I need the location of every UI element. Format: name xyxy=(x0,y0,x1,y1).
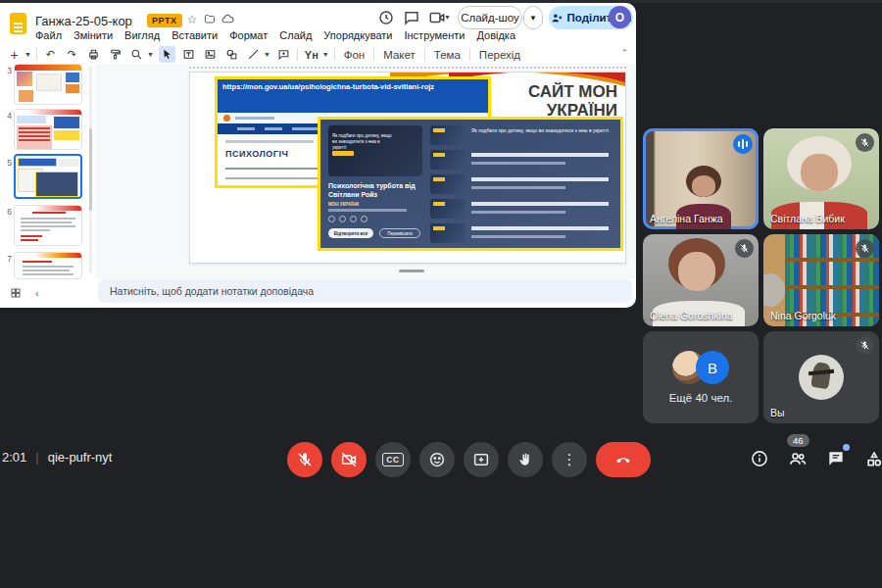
slide-thumbnail-5-selected[interactable] xyxy=(14,154,82,199)
transition-button[interactable]: Перехід xyxy=(475,49,524,61)
menu-file[interactable]: Файл xyxy=(35,29,62,41)
move-folder-icon[interactable] xyxy=(202,13,218,27)
raise-hand-button[interactable] xyxy=(508,442,543,477)
slides-logo-icon[interactable] xyxy=(10,13,26,34)
meeting-details-button[interactable] xyxy=(747,446,772,471)
participants-button[interactable]: 46 xyxy=(785,446,810,471)
person-face xyxy=(801,154,838,191)
menu-format[interactable]: Формат xyxy=(229,29,268,41)
more-participants-tile[interactable]: В Ещё 40 чел. xyxy=(643,331,759,423)
reactions-button[interactable] xyxy=(419,442,455,477)
camera-toggle-button[interactable] xyxy=(331,442,367,477)
participant-tile[interactable]: Світлана Бибик xyxy=(763,128,879,229)
thumb-number: 5 xyxy=(3,158,12,168)
select-tool-button[interactable] xyxy=(159,46,175,63)
more-participants-label: Ещё 40 чел. xyxy=(669,392,733,404)
insert-line-button[interactable] xyxy=(245,46,262,63)
thumb6-link xyxy=(32,212,66,214)
page-heading: ПСИХОЛОГІЧ xyxy=(225,149,288,159)
undo-button[interactable]: ↶ xyxy=(42,46,59,63)
overflow-avatar-letter: В xyxy=(696,351,729,384)
history-icon[interactable] xyxy=(377,9,397,28)
thumb6-redline xyxy=(21,239,38,241)
captions-button[interactable]: CC xyxy=(375,442,411,477)
theme-button[interactable]: Тема xyxy=(430,49,465,61)
menu-insert[interactable]: Вставити xyxy=(172,29,218,41)
participant-tile[interactable]: Ангеліна Ганжа xyxy=(643,128,759,229)
slideshow-dropdown[interactable]: ▼ xyxy=(523,6,543,29)
slide-thumbnail-6[interactable] xyxy=(14,205,82,246)
cloud-status-icon[interactable] xyxy=(220,13,235,28)
collapse-toolbar-icon[interactable]: ⌃ xyxy=(620,48,628,58)
grid-view-icon[interactable] xyxy=(10,287,22,299)
participant-tile[interactable]: Nina Gorgoluk xyxy=(763,234,879,326)
thumb6-line xyxy=(21,229,50,231)
insert-shape-button[interactable] xyxy=(223,46,240,63)
present-button[interactable] xyxy=(464,442,499,477)
person-face xyxy=(692,175,715,197)
thumb4-swoosh xyxy=(15,110,81,115)
more-options-button[interactable]: ⋮ xyxy=(552,442,587,477)
document-title[interactable]: Ганжа-25-05-кор xyxy=(35,14,132,28)
zoom-caret-icon[interactable]: ▼ xyxy=(147,51,154,58)
thumb6-redline xyxy=(21,235,42,237)
insert-comment-button[interactable] xyxy=(275,46,292,63)
slide-title: САЙТ МОН УКРАЇНИ xyxy=(490,82,617,120)
menu-slide[interactable]: Слайд xyxy=(279,29,312,41)
slide-thumbnail-3[interactable] xyxy=(14,64,82,105)
chat-button[interactable] xyxy=(823,446,849,471)
new-slide-button[interactable]: + xyxy=(6,46,23,63)
thumb4-pic3 xyxy=(54,130,79,140)
redo-button[interactable]: ↷ xyxy=(64,46,80,63)
menu-view[interactable]: Вигляд xyxy=(124,29,160,41)
current-slide[interactable]: https://mon.gov.ua/ua/psihologichna-turb… xyxy=(189,72,626,264)
participant-tile[interactable]: Olena Goroshkina xyxy=(643,234,759,326)
thumb7-line xyxy=(23,266,74,268)
zoom-button[interactable] xyxy=(128,46,145,63)
divider: | xyxy=(35,450,38,465)
mic-off-icon xyxy=(856,133,874,152)
menu-help[interactable]: Довідка xyxy=(476,29,515,41)
text-box-button[interactable] xyxy=(180,46,197,63)
learning-tool-button[interactable]: Yн xyxy=(303,46,320,63)
learning-tool-caret-icon[interactable]: ▼ xyxy=(322,51,329,58)
playlist-action-icon xyxy=(328,216,335,222)
comments-icon[interactable] xyxy=(403,9,422,28)
thumb7-link xyxy=(23,261,52,263)
activities-button[interactable] xyxy=(861,446,882,471)
slide-thumbnail-4[interactable] xyxy=(14,109,82,150)
speaker-notes[interactable]: Натисніть, щоб додати нотатки доповідача xyxy=(98,279,632,303)
slide-thumbnail-7[interactable] xyxy=(14,252,82,279)
mic-toggle-button[interactable] xyxy=(287,442,322,477)
star-icon[interactable]: ☆ xyxy=(184,13,200,26)
people-plus-icon xyxy=(551,12,564,24)
print-button[interactable] xyxy=(85,46,102,63)
slideshow-button[interactable]: Слайд-шоу xyxy=(458,6,522,29)
paint-format-button[interactable] xyxy=(107,46,123,63)
layout-button[interactable]: Макет xyxy=(379,49,419,61)
filmstrip-scrollbar[interactable] xyxy=(89,66,92,273)
featured-video-card: Як подбати про дитину, якщо ви знаходите… xyxy=(328,125,422,245)
account-avatar[interactable]: O xyxy=(609,6,631,28)
self-tile[interactable]: Вы xyxy=(763,331,879,423)
background-button[interactable]: Фон xyxy=(340,49,369,61)
playlist-channel: МОН УКРАЇНИ xyxy=(328,202,359,207)
mic-off-icon xyxy=(856,336,874,355)
meeting-code: qie-pufr-nyt xyxy=(48,450,113,465)
speaking-indicator-icon xyxy=(733,134,753,154)
cc-icon: CC xyxy=(382,453,403,466)
line-caret-icon[interactable]: ▼ xyxy=(264,51,270,58)
featured-overlay-text: Як подбати про дитину, якщо ви знаходите… xyxy=(332,133,393,151)
notes-resize-handle[interactable] xyxy=(399,270,424,272)
notes-placeholder: Натисніть, щоб додати нотатки доповідача xyxy=(110,285,314,297)
menu-arrange[interactable]: Упорядкувати xyxy=(323,29,392,41)
shuffle-button: Перемішати xyxy=(379,228,420,238)
menu-edit[interactable]: Змінити xyxy=(74,29,113,41)
collapse-filmstrip-icon[interactable]: ‹ xyxy=(35,287,39,299)
participant-name: Ангеліна Ганжа xyxy=(650,213,723,224)
pptx-badge[interactable]: PPTX xyxy=(147,14,182,27)
insert-image-button[interactable] xyxy=(202,46,219,63)
end-call-button[interactable] xyxy=(596,442,651,477)
participant-grid: Ангеліна Ганжа Світлана Бибик Olena Goro… xyxy=(643,128,879,423)
new-slide-caret-icon[interactable]: ▼ xyxy=(24,51,31,58)
